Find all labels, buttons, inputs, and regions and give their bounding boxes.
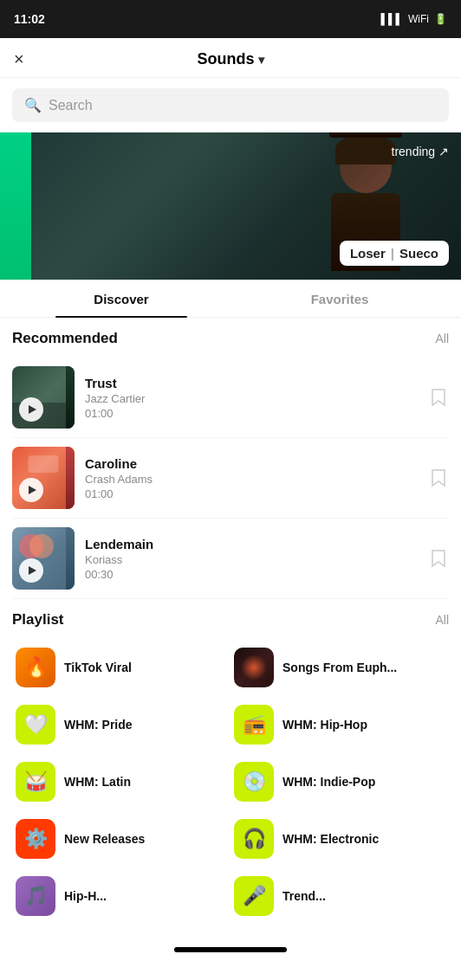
hero-banner[interactable]: trending ↗ Loser | Sueco [0,132,461,280]
track-row[interactable]: Trust Jazz Cartier 01:00 [12,358,449,438]
playlist-name: WHM: Pride [64,718,133,732]
track-list: Trust Jazz Cartier 01:00 [12,358,449,599]
track-info-caroline: Caroline Crash Adams 01:00 [85,456,418,500]
trending-text: trending ↗ [392,145,449,158]
play-triangle-icon [29,486,36,494]
playlist-icon-tiktok: 🔥 [16,648,55,687]
playlist-name: TikTok Viral [64,661,132,674]
search-icon: 🔍 [24,97,42,113]
playlist-name: Songs From Euph... [282,661,397,674]
playlist-all[interactable]: All [435,613,449,627]
trending-badge: trending ↗ [392,145,449,158]
track-thumbnail-caroline [12,447,75,509]
track-artist: Koriass [85,553,418,566]
header-title: Sounds ▾ [198,50,264,68]
section-header-playlist: Playlist All [12,611,449,629]
track-name: Caroline [85,456,418,471]
track-duration: 01:00 [85,487,418,500]
wifi-icon: WiFi [408,13,429,25]
playlist-icon-newreleases: ⚙️ [16,819,55,859]
side-thumb [66,447,75,509]
playlist-item[interactable]: 📻 WHM: Hip-Hop [230,696,449,753]
play-button-caroline[interactable] [19,478,43,502]
play-button-lendemain[interactable] [19,558,43,583]
playlist-icon-euph [234,648,274,687]
playlist-name: WHM: Hip-Hop [282,718,367,732]
home-indicator [174,947,287,952]
playlist-name: Trend... [282,889,326,903]
playlist-icon-more2: 🎤 [234,876,274,916]
track-row[interactable]: Caroline Crash Adams 01:00 [12,438,449,519]
bookmark-button-trust[interactable] [428,387,449,408]
track-info-lendemain: Lendemain Koriass 00:30 [85,537,418,581]
playlist-item[interactable]: 🤍 WHM: Pride [12,696,230,753]
play-triangle-icon [29,566,36,575]
playlist-item[interactable]: 🥁 WHM: Latin [12,753,230,810]
playlist-icon-latin: 🥁 [16,762,55,802]
hero-label: Loser | Sueco [340,241,449,266]
chevron-down-icon[interactable]: ▾ [258,53,264,67]
playlist-icon-electronic: 🎧 [234,819,274,859]
hero-green-strip [0,132,31,280]
tab-discover[interactable]: Discover [12,280,230,317]
hero-artist: Sueco [399,246,438,261]
close-button[interactable]: × [14,49,24,69]
playlist-icon-indiepop: 💿 [234,762,274,802]
status-icons: ▌▌▌ WiFi 🔋 [380,13,447,25]
search-bar[interactable]: 🔍 Search [12,88,449,122]
track-duration: 01:00 [85,407,418,420]
recommended-title: Recommended [12,330,118,347]
track-thumbnail-lendemain [12,527,75,590]
hero-song: Loser [350,246,386,261]
playlist-item[interactable]: ⚙️ New Releases [12,810,230,867]
bottom-bar-container [0,925,461,956]
playlist-name: New Releases [64,832,145,846]
play-button-trust[interactable] [19,397,43,422]
playlist-item[interactable]: 🎤 Trend... [230,867,449,925]
track-artist: Jazz Cartier [85,392,418,405]
playlist-name: WHM: Latin [64,775,131,789]
status-bar: 11:02 ▌▌▌ WiFi 🔋 [0,0,461,38]
playlist-icon-hiphop: 📻 [234,705,274,745]
track-name: Lendemain [85,537,418,551]
status-time: 11:02 [14,12,45,26]
track-name: Trust [85,376,418,390]
bookmark-button-caroline[interactable] [428,467,449,488]
side-thumb [66,366,75,429]
search-placeholder: Search [49,98,93,113]
playlist-item[interactable]: 💿 WHM: Indie-Pop [230,753,449,810]
playlist-section: Playlist All 🔥 TikTok Viral Songs From E… [0,599,461,925]
tab-favorites[interactable]: Favorites [230,280,449,317]
header: × Sounds ▾ [0,38,461,78]
recommended-all[interactable]: All [435,332,449,345]
play-triangle-icon [29,405,36,414]
playlist-grid: 🔥 TikTok Viral Songs From Euph... 🤍 WHM:… [12,639,449,925]
track-row[interactable]: Lendemain Koriass 00:30 [12,519,449,599]
bookmark-button-lendemain[interactable] [428,548,449,569]
track-thumbnail-trust [12,366,75,429]
signal-icon: ▌▌▌ [380,13,403,25]
playlist-icon-pride: 🤍 [16,705,55,745]
playlist-name: WHM: Indie-Pop [282,775,375,789]
playlist-title: Playlist [12,611,64,629]
title-text: Sounds [198,50,255,68]
section-header-recommended: Recommended All [12,330,449,347]
recommended-section: Recommended All Trust Jazz Cartier 01:00 [0,318,461,599]
playlist-name: Hip-H... [64,889,107,903]
track-info-trust: Trust Jazz Cartier 01:00 [85,376,418,420]
playlist-item[interactable]: 🎧 WHM: Electronic [230,810,449,867]
playlist-item[interactable]: 🔥 TikTok Viral [12,639,230,696]
side-thumb [66,527,75,590]
playlist-item[interactable]: Songs From Euph... [230,639,449,696]
playlist-name: WHM: Electronic [282,832,379,846]
tabs: Discover Favorites [0,280,461,318]
track-artist: Crash Adams [85,473,418,486]
hero-divider: | [391,246,394,261]
playlist-item[interactable]: 🎵 Hip-H... [12,867,230,925]
track-duration: 00:30 [85,568,418,581]
playlist-icon-more1: 🎵 [16,876,55,916]
battery-icon: 🔋 [434,13,447,25]
